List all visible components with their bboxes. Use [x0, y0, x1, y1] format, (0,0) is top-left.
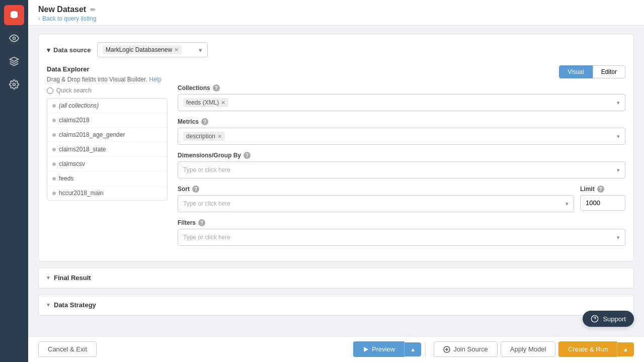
support-icon: [591, 315, 599, 323]
collections-select[interactable]: feeds (XML) ✕ ▾: [178, 94, 625, 111]
filters-caret-icon: ▾: [617, 234, 620, 241]
sort-label: Sort: [178, 186, 190, 193]
dot-icon: [52, 119, 56, 122]
sidebar-icon-gear[interactable]: [4, 74, 24, 95]
metrics-select[interactable]: description ✕ ▾: [178, 128, 625, 145]
dot-icon: [52, 133, 56, 137]
svg-point-1: [13, 37, 16, 40]
metrics-field-row: Metrics ? description ✕ ▾: [178, 118, 625, 145]
filters-label: Filters: [178, 219, 196, 226]
sort-placeholder: Type or click here: [183, 200, 230, 207]
limit-field-row: Limit ?: [580, 186, 625, 212]
explorer-item-claims2018-age-gender[interactable]: claims2018_age_gender: [47, 128, 167, 142]
dot-icon: [52, 162, 56, 166]
quick-search-radio[interactable]: [47, 87, 53, 94]
play-icon: [363, 346, 369, 352]
data-source-card: ▾ Data source MarkLogic Databasenew ✕ ▾: [38, 34, 634, 261]
explorer-item-claims2018[interactable]: claims2018: [47, 113, 167, 128]
visual-builder: Visual Editor Collections ? feeds: [178, 65, 625, 253]
preview-caret-button[interactable]: ▲: [405, 342, 421, 356]
metrics-label: Metrics: [178, 118, 199, 125]
dot-icon: [52, 192, 56, 195]
quick-search-row: Quick search: [47, 87, 168, 94]
explorer-item-claims2018-state[interactable]: claims2018_state: [47, 142, 167, 157]
apply-model-button[interactable]: Apply Model: [501, 341, 556, 357]
dimensions-label: Dimensions/Group By: [178, 152, 241, 159]
metrics-tag-remove[interactable]: ✕: [217, 133, 222, 140]
create-run-button[interactable]: Create & Run: [558, 341, 617, 357]
final-result-label: Final Result: [54, 274, 91, 282]
sidebar-icon-database[interactable]: [4, 5, 24, 25]
back-link[interactable]: ‹ Back to query listing: [38, 15, 634, 22]
plus-circle-icon: [443, 346, 450, 353]
cancel-button[interactable]: Cancel & Exit: [38, 341, 97, 357]
datasource-section-label: Data source: [53, 46, 91, 54]
sort-caret-icon: ▾: [566, 201, 569, 207]
final-result-header[interactable]: ▾ Final Result: [39, 268, 633, 288]
editor-view-button[interactable]: Editor: [593, 65, 625, 78]
svg-marker-4: [364, 347, 368, 352]
collections-field-row: Collections ? feeds (XML) ✕ ▾: [178, 84, 625, 111]
data-strategy-card: ▾ Data Strategy: [38, 295, 634, 316]
metrics-help-icon[interactable]: ?: [201, 118, 208, 125]
data-strategy-chevron: ▾: [47, 302, 50, 308]
collections-caret-icon: ▾: [617, 100, 620, 106]
create-run-caret-button[interactable]: ▲: [617, 342, 634, 356]
support-button[interactable]: Support: [583, 311, 634, 327]
explorer-list: (all collections) claims2018 claims2018_…: [47, 98, 168, 201]
sidebar-icon-eye[interactable]: [4, 28, 24, 48]
visual-view-button[interactable]: Visual: [559, 65, 592, 78]
footer-divider: [425, 342, 426, 357]
preview-button[interactable]: Preview: [353, 341, 405, 357]
page-header: New Dataset ✏ ‹ Back to query listing: [28, 0, 644, 26]
support-label: Support: [603, 315, 626, 323]
quick-search-label: Quick search: [56, 87, 92, 94]
final-result-card: ▾ Final Result: [38, 267, 634, 289]
collections-tag: feeds (XML) ✕: [183, 98, 228, 107]
collections-help-icon[interactable]: ?: [213, 84, 220, 92]
filters-select[interactable]: Type or click here ▾: [178, 229, 625, 246]
datasource-caret-icon: ▾: [199, 46, 202, 54]
final-result-chevron: ▾: [47, 275, 50, 281]
explorer-item-claimscsv[interactable]: claimscsv: [47, 157, 167, 171]
explorer-item-hccur2018[interactable]: hccur2018_main: [47, 186, 167, 200]
metrics-tag: description ✕: [183, 132, 225, 141]
data-explorer: Data Explorer Drag & Drop fields into Vi…: [47, 65, 168, 253]
filters-placeholder: Type or click here: [183, 234, 230, 241]
dimensions-select[interactable]: Type or click here ▾: [178, 161, 625, 178]
datasource-tag: MarkLogic Databasenew ✕: [103, 45, 182, 54]
collections-label: Collections: [178, 84, 210, 92]
explorer-visual-container: Data Explorer Drag & Drop fields into Vi…: [47, 65, 625, 253]
svg-point-3: [13, 83, 16, 86]
dimensions-help-icon[interactable]: ?: [244, 152, 251, 159]
explorer-item-feeds[interactable]: feeds: [47, 171, 167, 186]
limit-input[interactable]: [580, 195, 625, 211]
sort-help-icon[interactable]: ?: [192, 186, 199, 193]
datasource-chevron[interactable]: ▾: [47, 46, 50, 54]
sidebar: [0, 0, 28, 362]
data-explorer-title: Data Explorer: [47, 65, 168, 73]
sidebar-icon-layers[interactable]: [4, 51, 24, 71]
dimensions-caret-icon: ▾: [617, 167, 620, 173]
dot-icon: [52, 148, 56, 151]
collections-tag-remove[interactable]: ✕: [221, 100, 225, 106]
limit-help-icon[interactable]: ?: [597, 186, 604, 193]
view-toggle: Visual Editor: [178, 65, 625, 78]
page-title: New Dataset: [38, 5, 86, 14]
join-source-button[interactable]: Join Source: [434, 341, 498, 357]
edit-icon[interactable]: ✏: [90, 6, 96, 14]
dimensions-field-row: Dimensions/Group By ? Type or click here…: [178, 152, 625, 178]
explorer-item-all-collections[interactable]: (all collections): [47, 99, 167, 113]
data-strategy-header[interactable]: ▾ Data Strategy: [39, 295, 633, 315]
sort-limit-row: Sort ? Type or click here ▾ Li: [178, 186, 625, 219]
data-strategy-label: Data Strategy: [54, 301, 96, 309]
limit-label: Limit: [580, 186, 595, 193]
datasource-tag-remove[interactable]: ✕: [174, 47, 179, 53]
dimensions-placeholder: Type or click here: [183, 166, 230, 173]
sort-select[interactable]: Type or click here ▾: [178, 195, 574, 212]
dot-icon: [52, 177, 56, 180]
data-source-row: ▾ Data source MarkLogic Databasenew ✕ ▾: [47, 42, 625, 57]
help-link[interactable]: Help: [149, 76, 162, 83]
filters-help-icon[interactable]: ?: [198, 219, 205, 226]
data-source-select[interactable]: MarkLogic Databasenew ✕ ▾: [97, 42, 208, 57]
